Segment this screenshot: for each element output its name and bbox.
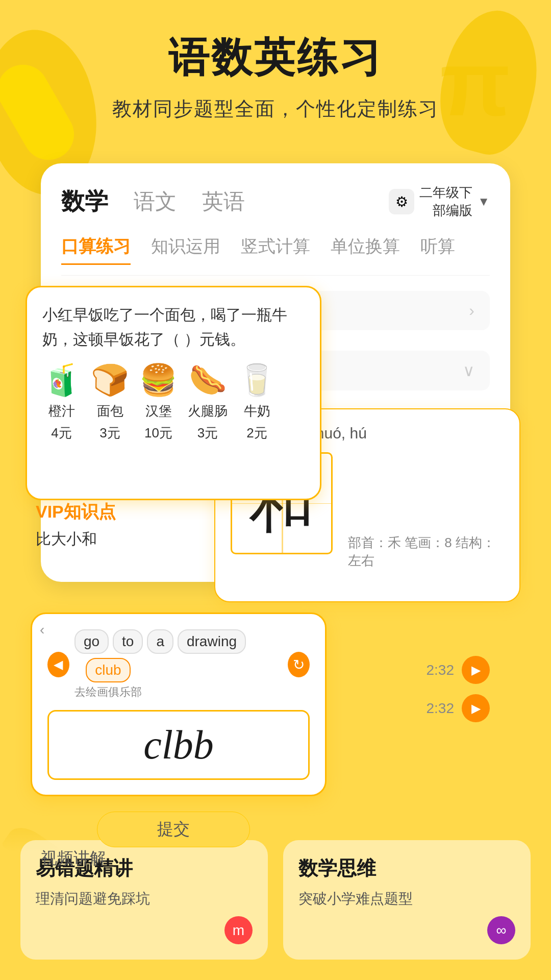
sausage-name: 火腿肠	[188, 402, 228, 420]
food-item-burger: 🍔 汉堡 10元	[139, 362, 178, 442]
food-item-bread: 🍞 面包 3元	[91, 362, 129, 442]
time-text-2: 2:32	[427, 700, 455, 717]
sausage-icon: 🌭	[189, 362, 227, 398]
word-chips: go to a drawing club 去绘画俱乐部	[74, 629, 283, 700]
burger-name: 汉堡	[145, 402, 172, 420]
burger-icon: 🍔	[139, 362, 178, 398]
food-items-list: 🧃 橙汁 4元 🍞 面包 3元 🍔 汉堡 10元 🌭 火腿肠 3元 🥛	[42, 362, 305, 442]
juice-price: 4元	[51, 424, 71, 442]
milk-price: 2元	[246, 424, 267, 442]
video-label: 视频讲解	[41, 847, 106, 870]
word-chip-drawing[interactable]: drawing	[178, 629, 246, 654]
tab-english[interactable]: 英语	[202, 187, 245, 216]
tab-chinese[interactable]: 语文	[134, 187, 177, 216]
juice-name: 橙汁	[48, 402, 75, 420]
subtab-listening[interactable]: 听算	[420, 235, 455, 265]
refresh-button[interactable]: ↻	[288, 652, 310, 677]
math-problem-text: 小红早饭吃了一个面包，喝了一瓶牛奶，这顿早饭花了（ ）元钱。	[42, 303, 305, 352]
audio-button[interactable]: ◀	[47, 652, 69, 677]
back-arrow-icon[interactable]: ‹	[40, 622, 44, 638]
bread-name: 面包	[97, 402, 123, 420]
bread-icon: 🍞	[91, 362, 129, 398]
word-chip-a[interactable]: a	[147, 629, 173, 654]
tab-bar: 数学 语文 英语 ⚙ 二年级下 部编版 ▼	[61, 184, 490, 219]
food-item-sausage: 🌭 火腿肠 3元	[188, 362, 228, 442]
bottom-card-2-icon: ∞	[487, 916, 515, 944]
vip-label: VIP知识点	[36, 500, 230, 524]
juice-icon: 🧃	[42, 362, 81, 398]
page-title: 语数英练习	[168, 31, 383, 86]
play-button-2[interactable]: ▶	[462, 694, 490, 722]
word-chip-go[interactable]: go	[74, 629, 109, 654]
grade-dropdown-icon[interactable]: ▼	[478, 194, 490, 209]
page-subtitle: 教材同步题型全面，个性化定制练习	[112, 96, 439, 122]
bottom-section: 易错题精讲 理清问题避免踩坑 m 数学思维 突破小学难点题型 ∞	[0, 796, 551, 980]
translation-hint-chip: 去绘画俱乐部	[74, 684, 142, 700]
submit-button[interactable]: 提交	[97, 812, 250, 847]
settings-icon[interactable]: ⚙	[389, 189, 414, 214]
bottom-card-2-desc: 突破小学难点题型	[298, 889, 515, 909]
vip-section: VIP知识点 比大小和	[36, 500, 230, 550]
milk-icon: 🥛	[238, 362, 276, 398]
bottom-card-thinking[interactable]: 数学思维 突破小学难点题型 ∞	[283, 840, 531, 960]
time-badge-1: 2:32 ▶	[427, 656, 490, 684]
sausage-price: 3元	[197, 424, 218, 442]
burger-price: 10元	[144, 424, 172, 442]
time-badge-2: 2:32 ▶	[427, 694, 490, 722]
subtab-bar: 口算练习 知识运用 竖式计算 单位换算 听算	[61, 235, 490, 276]
subtab-unit[interactable]: 单位换算	[331, 235, 400, 265]
food-item-milk: 🥛 牛奶 2元	[238, 362, 276, 442]
food-item-juice: 🧃 橙汁 4元	[42, 362, 81, 442]
time-text-1: 2:32	[427, 662, 455, 678]
english-top-bar: ◀ go to a drawing club 去绘画俱乐部 ↻	[47, 629, 310, 700]
word-chip-club[interactable]: club	[86, 658, 130, 682]
word-chip-to[interactable]: to	[113, 629, 143, 654]
english-answer-text: clbb	[143, 722, 214, 768]
subtab-vertical[interactable]: 竖式计算	[241, 235, 310, 265]
tab-math[interactable]: 数学	[61, 186, 108, 217]
dropdown-icon: ∨	[463, 361, 474, 380]
english-answer-box: clbb	[47, 710, 310, 780]
grade-line2: 部编版	[433, 202, 472, 219]
grade-line1: 二年级下	[419, 184, 472, 202]
subtab-oral[interactable]: 口算练习	[61, 235, 131, 265]
bottom-card-1-desc: 理清问题避免踩坑	[36, 889, 253, 909]
bread-price: 3元	[99, 424, 120, 442]
bottom-card-1-icon: m	[224, 916, 253, 944]
arrow-right-icon: ›	[469, 301, 474, 320]
bottom-card-2-title: 数学思维	[298, 855, 515, 881]
english-card: ‹ ◀ go to a drawing club 去绘画俱乐部 ↻ clbb	[31, 612, 327, 796]
compare-label: 比大小和	[36, 529, 230, 550]
math-problem-card: 小红早饭吃了一个面包，喝了一瓶牛奶，这顿早饭花了（ ）元钱。 🧃 橙汁 4元 🍞…	[26, 286, 321, 500]
submit-label: 提交	[157, 818, 190, 841]
play-button-1[interactable]: ▶	[462, 656, 490, 684]
char-info: 部首：禾 笔画：8 结构：左右	[348, 534, 504, 570]
subtab-knowledge[interactable]: 知识运用	[151, 235, 220, 265]
milk-name: 牛奶	[244, 402, 270, 420]
